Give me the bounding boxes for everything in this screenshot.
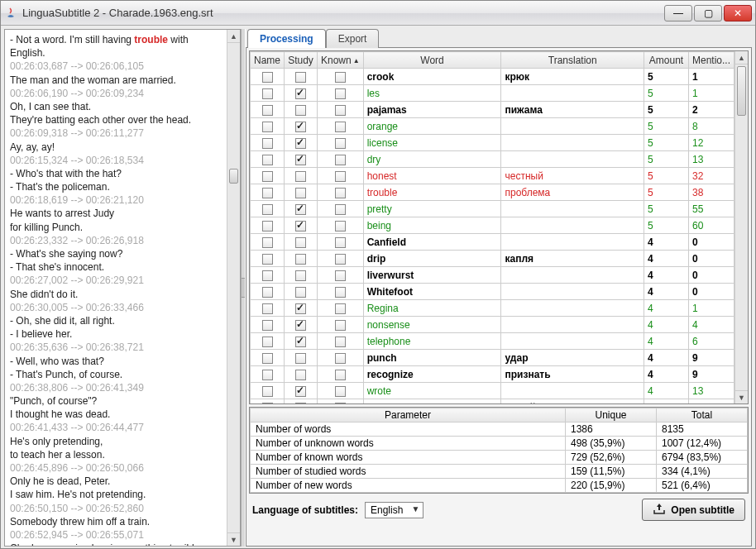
translation-cell[interactable]	[501, 217, 644, 234]
known-checkbox[interactable]	[318, 135, 364, 151]
table-row[interactable]: troubleпроблема538	[251, 184, 734, 201]
known-checkbox[interactable]	[318, 69, 364, 85]
known-checkbox[interactable]	[318, 366, 364, 383]
translation-cell[interactable]	[501, 85, 644, 102]
translation-cell[interactable]	[501, 234, 644, 251]
splitter[interactable]	[241, 29, 246, 547]
col-amount[interactable]: Amount	[644, 52, 688, 69]
word-cell[interactable]: telephone	[363, 333, 501, 350]
study-checkbox[interactable]	[285, 69, 318, 85]
word-cell[interactable]: honest	[363, 168, 501, 184]
word-cell[interactable]: les	[363, 85, 501, 102]
study-checkbox[interactable]	[285, 201, 318, 217]
translation-cell[interactable]: капля	[501, 251, 644, 267]
scroll-thumb[interactable]	[229, 169, 238, 184]
table-row[interactable]: pajamasпижама52	[251, 102, 734, 118]
table-row[interactable]: wrote413	[251, 383, 734, 399]
table-row[interactable]: dry513	[251, 151, 734, 168]
table-row[interactable]: Regina41	[251, 300, 734, 317]
translation-cell[interactable]	[501, 317, 644, 333]
study-checkbox[interactable]	[285, 217, 318, 234]
word-cell[interactable]: Canfield	[363, 234, 501, 251]
study-checkbox[interactable]	[285, 300, 318, 317]
study-checkbox[interactable]	[285, 184, 318, 201]
name-checkbox[interactable]	[251, 102, 285, 118]
left-scrollbar[interactable]: ▲ ▼	[227, 30, 240, 546]
name-checkbox[interactable]	[251, 350, 285, 366]
table-scrollbar[interactable]: ▲ ▼	[734, 51, 748, 403]
name-checkbox[interactable]	[251, 251, 285, 267]
known-checkbox[interactable]	[318, 102, 364, 118]
table-row[interactable]: being560	[251, 217, 734, 234]
col-study[interactable]: Study	[285, 52, 318, 69]
known-checkbox[interactable]	[318, 234, 364, 251]
translation-cell[interactable]	[501, 135, 644, 151]
known-checkbox[interactable]	[318, 151, 364, 168]
col-word[interactable]: Word	[363, 52, 501, 69]
name-checkbox[interactable]	[251, 118, 285, 135]
study-checkbox[interactable]	[285, 234, 318, 251]
study-checkbox[interactable]	[285, 317, 318, 333]
col-mention[interactable]: Mentio...	[688, 52, 734, 69]
name-checkbox[interactable]	[251, 317, 285, 333]
table-row[interactable]: honestчестный532	[251, 168, 734, 184]
language-select[interactable]: English	[365, 502, 423, 518]
study-checkbox[interactable]	[285, 151, 318, 168]
name-checkbox[interactable]	[251, 399, 285, 404]
table-row[interactable]: Whitefoot40	[251, 284, 734, 300]
known-checkbox[interactable]	[318, 300, 364, 317]
maximize-button[interactable]: ▢	[694, 5, 722, 21]
scroll-thumb[interactable]	[737, 66, 746, 116]
translation-cell[interactable]	[501, 151, 644, 168]
word-cell[interactable]: pretty	[363, 201, 501, 217]
study-checkbox[interactable]	[285, 168, 318, 184]
word-cell[interactable]: dry	[363, 151, 501, 168]
known-checkbox[interactable]	[318, 217, 364, 234]
translation-cell[interactable]: немой	[501, 399, 644, 404]
known-checkbox[interactable]	[318, 168, 364, 184]
name-checkbox[interactable]	[251, 267, 285, 284]
table-row[interactable]: recognizeпризнать49	[251, 366, 734, 383]
col-known[interactable]: Known▲	[318, 52, 364, 69]
name-checkbox[interactable]	[251, 184, 285, 201]
close-button[interactable]: ✕	[724, 5, 752, 21]
translation-cell[interactable]	[501, 300, 644, 317]
table-row[interactable]: license512	[251, 135, 734, 151]
translation-cell[interactable]	[501, 267, 644, 284]
scroll-up-icon[interactable]: ▲	[735, 51, 748, 64]
table-row[interactable]: nonsense44	[251, 317, 734, 333]
word-cell[interactable]: trouble	[363, 184, 501, 201]
study-checkbox[interactable]	[285, 118, 318, 135]
translation-cell[interactable]: крюк	[501, 69, 644, 85]
scroll-down-icon[interactable]: ▼	[735, 390, 748, 403]
table-row[interactable]: dumbнемой415	[251, 399, 734, 404]
known-checkbox[interactable]	[318, 85, 364, 102]
table-row[interactable]: pretty555	[251, 201, 734, 217]
name-checkbox[interactable]	[251, 201, 285, 217]
name-checkbox[interactable]	[251, 217, 285, 234]
known-checkbox[interactable]	[318, 267, 364, 284]
study-checkbox[interactable]	[285, 251, 318, 267]
table-row[interactable]: les51	[251, 85, 734, 102]
translation-cell[interactable]	[501, 333, 644, 350]
name-checkbox[interactable]	[251, 85, 285, 102]
known-checkbox[interactable]	[318, 350, 364, 366]
name-checkbox[interactable]	[251, 333, 285, 350]
translation-cell[interactable]	[501, 284, 644, 300]
translation-cell[interactable]	[501, 118, 644, 135]
word-cell[interactable]: crook	[363, 69, 501, 85]
tab-export[interactable]: Export	[326, 29, 380, 48]
table-row[interactable]: telephone46	[251, 333, 734, 350]
name-checkbox[interactable]	[251, 366, 285, 383]
translation-cell[interactable]	[501, 201, 644, 217]
col-name[interactable]: Name	[251, 52, 285, 69]
word-cell[interactable]: punch	[363, 350, 501, 366]
name-checkbox[interactable]	[251, 284, 285, 300]
study-checkbox[interactable]	[285, 366, 318, 383]
name-checkbox[interactable]	[251, 234, 285, 251]
word-cell[interactable]: being	[363, 217, 501, 234]
study-checkbox[interactable]	[285, 135, 318, 151]
word-cell[interactable]: drip	[363, 251, 501, 267]
translation-cell[interactable]	[501, 383, 644, 399]
known-checkbox[interactable]	[318, 284, 364, 300]
